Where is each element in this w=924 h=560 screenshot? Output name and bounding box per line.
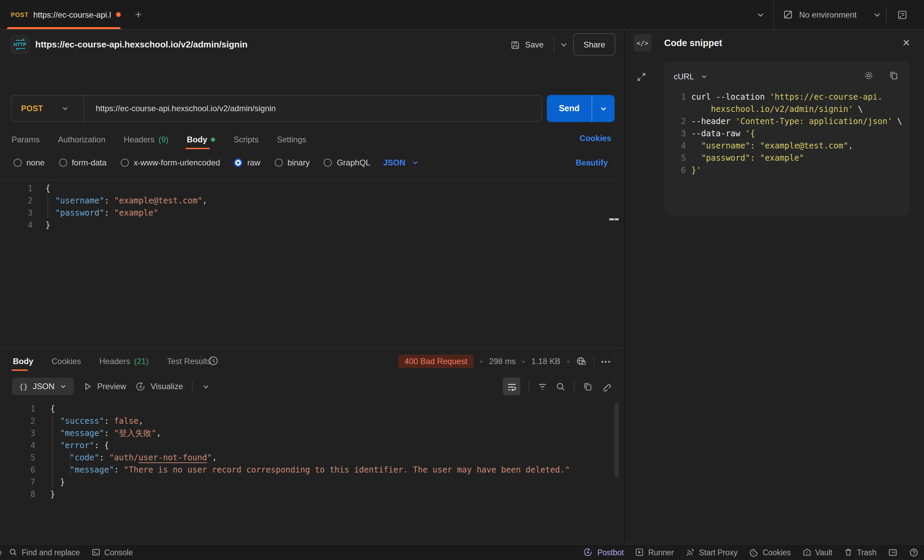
response-size[interactable]: 1.18 KB [531, 356, 560, 366]
environment-quick-look-icon[interactable] [897, 9, 908, 20]
top-tab-bar: POST https://ec-course-api.l + No enviro… [0, 0, 924, 30]
proxy-icon [685, 548, 695, 557]
mode-urlencoded-label: x-www-form-urlencoded [134, 158, 220, 168]
send-options-chevron-icon[interactable] [592, 95, 615, 122]
tab-options-chevron-icon[interactable] [756, 10, 765, 19]
url-input[interactable]: https://ec-course-api.hexschool.io/v2/ad… [84, 104, 276, 113]
status-badge[interactable]: 400 Bad Request [398, 355, 474, 368]
environment-selector[interactable]: No environment [783, 0, 882, 29]
response-meta: 400 Bad Request 298 ms 1.18 KB ••• [398, 353, 611, 370]
request-body-editor[interactable]: 1{2 "username": "example@test.com",3 "pa… [0, 180, 614, 348]
tab-settings[interactable]: Settings [277, 135, 306, 144]
postbot-button[interactable]: Postbot [583, 547, 624, 557]
console-label: Console [104, 548, 133, 556]
cookie-icon [749, 548, 759, 557]
cookies-link[interactable]: Cookies [580, 133, 611, 143]
response-tools [503, 377, 611, 395]
response-time[interactable]: 298 ms [489, 356, 516, 366]
request-tab[interactable]: POST https://ec-course-api.l [0, 0, 134, 29]
tab-body[interactable]: Body [187, 135, 215, 144]
search-icon [9, 548, 18, 557]
new-tab-button[interactable]: + [130, 7, 147, 23]
share-button[interactable]: Share [573, 33, 615, 55]
mode-binary[interactable]: binary [275, 158, 310, 168]
code-snippet-panel: </> Code snippet ✕ cURL [625, 30, 924, 544]
mode-none[interactable]: none [14, 158, 44, 168]
find-and-replace-button[interactable]: Find and replace [9, 548, 80, 557]
expand-panel-icon[interactable] [636, 72, 646, 82]
visualize-button[interactable]: Visualize [135, 381, 183, 392]
statusbar-right: Postbot Runner Start Proxy Cookies [583, 547, 919, 557]
word-wrap-toggle[interactable] [503, 377, 520, 395]
topbar-divider [773, 0, 774, 29]
mode-x-www-form-urlencoded[interactable]: x-www-form-urlencoded [121, 158, 220, 168]
runner-button[interactable]: Runner [635, 548, 674, 557]
cookies-button[interactable]: Cookies [749, 548, 791, 557]
panel-layout-icon [888, 548, 897, 557]
code-icon[interactable]: </> [634, 34, 651, 51]
send-button[interactable]: Send [547, 95, 592, 122]
trash-button[interactable]: Trash [844, 548, 876, 557]
link-icon[interactable] [601, 381, 611, 392]
filter-icon[interactable] [537, 381, 548, 392]
request-tabs: Params Authorization Headers (9) Body Sc… [12, 130, 306, 149]
preview-icon [83, 382, 93, 391]
meta-dot [523, 360, 525, 362]
tab-scripts[interactable]: Scripts [234, 135, 258, 144]
vault-button[interactable]: Vault [802, 548, 832, 557]
copy-response-icon[interactable] [583, 381, 593, 392]
beautify-link[interactable]: Beautify [576, 158, 608, 168]
panel-layout-toggle[interactable] [888, 548, 897, 557]
editor-gutter-line [614, 120, 615, 560]
preview-button[interactable]: Preview [83, 382, 126, 391]
close-panel-icon[interactable]: ✕ [902, 37, 910, 48]
response-tab-headers[interactable]: Headers (21) [99, 356, 148, 366]
visualize-chevron-icon[interactable] [201, 382, 210, 391]
send-button-group: Send [547, 95, 615, 122]
tab-headers-count: (9) [159, 135, 169, 144]
method-value: POST [21, 105, 43, 112]
response-tabs: Body Cookies Headers (21) Test Results [13, 353, 212, 370]
radio-icon [121, 159, 129, 167]
start-proxy-button[interactable]: Start Proxy [685, 548, 737, 557]
response-toolbar: {} JSON Preview Visualize [12, 377, 210, 395]
snippet-copy-icon[interactable] [889, 70, 899, 81]
raw-language-selector[interactable]: JSON [383, 158, 419, 168]
code-line: 5 "password": "example" [674, 152, 910, 164]
search-icon[interactable] [556, 381, 566, 392]
response-tab-body[interactable]: Body [13, 356, 33, 366]
save-button[interactable]: Save [510, 35, 544, 54]
mode-graphql[interactable]: GraphQL [324, 158, 370, 168]
code-line: 1curl --location 'https://ec-course-api. [674, 91, 910, 103]
help-button[interactable] [909, 548, 919, 557]
network-info-icon[interactable] [576, 356, 587, 367]
response-format-selector[interactable]: {} JSON [12, 377, 74, 395]
response-more-icon[interactable]: ••• [601, 358, 611, 365]
tab-title: https://ec-course-api.l [33, 10, 111, 19]
method-selector[interactable]: POST [12, 105, 84, 112]
tab-headers-label: Headers [124, 135, 154, 144]
code-line: 4 "error": { [0, 439, 614, 452]
radio-icon [14, 159, 22, 167]
tab-headers[interactable]: Headers (9) [124, 135, 169, 144]
mode-raw[interactable]: raw [234, 158, 261, 168]
snippet-code[interactable]: 1curl --location 'https://ec-course-api.… [674, 91, 910, 176]
response-tab-test-results[interactable]: Test Results [167, 356, 212, 366]
tab-params[interactable]: Params [12, 135, 40, 144]
response-history-icon[interactable] [208, 355, 219, 367]
tab-authorization[interactable]: Authorization [58, 135, 105, 144]
snippet-settings-icon[interactable] [864, 70, 874, 81]
vault-icon [802, 548, 811, 557]
save-options-chevron-icon[interactable] [559, 40, 568, 49]
snippet-language-selector[interactable]: cURL [674, 72, 708, 81]
response-tab-headers-count: (21) [134, 356, 148, 366]
response-scrollbar[interactable] [615, 403, 619, 477]
response-body-editor[interactable]: 1{2 "success": false,3 "message": "登入失敗"… [0, 400, 614, 560]
tab-body-underline [186, 147, 210, 149]
code-line: 5 "code": "auth/user-not-found", [0, 452, 614, 464]
mode-form-data[interactable]: form-data [58, 158, 106, 168]
code-line: 2--header 'Content-Type: application/jso… [674, 115, 910, 127]
response-tab-cookies[interactable]: Cookies [51, 356, 81, 366]
save-icon [510, 40, 520, 50]
console-button[interactable]: Console [91, 548, 133, 557]
